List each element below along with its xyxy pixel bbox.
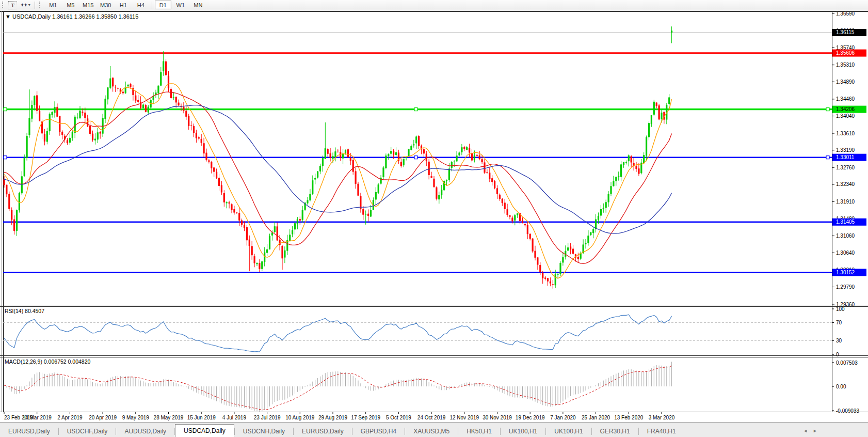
- svg-text:13 Feb 2020: 13 Feb 2020: [614, 415, 644, 420]
- timeframe-button-d1[interactable]: D1: [155, 1, 171, 9]
- timeframe-button-mn[interactable]: MN: [190, 1, 206, 9]
- line-handle: [4, 156, 7, 159]
- mt4-chart-window: T ✦✦ ▾ M1M5M15M30H1H4D1W1MN 1.365901.361…: [0, 0, 868, 437]
- line-handle: [414, 156, 417, 159]
- svg-text:100: 100: [836, 306, 845, 312]
- svg-text:15 Jun 2019: 15 Jun 2019: [187, 415, 216, 420]
- chart-frame: [0, 11, 868, 412]
- svg-text:1.31910: 1.31910: [836, 199, 855, 205]
- tab-scroll-right-icon[interactable]: ►: [813, 428, 823, 433]
- moving-averages: [4, 84, 672, 278]
- line-handle: [826, 156, 829, 159]
- svg-text:30 Nov 2019: 30 Nov 2019: [483, 415, 512, 420]
- svg-text:0.00: 0.00: [836, 384, 846, 389]
- tab-audusd-daily[interactable]: AUDUSD,Daily: [116, 426, 174, 437]
- tab-fra40-h1[interactable]: FRA40,H1: [639, 426, 684, 437]
- ma-mid-red: [4, 92, 672, 263]
- chart-area[interactable]: 1.365901.361601.357401.353101.348901.344…: [0, 11, 868, 423]
- tab-uk100-h1[interactable]: UK100,H1: [546, 426, 591, 437]
- timeframe-button-h1[interactable]: H1: [115, 1, 132, 9]
- svg-text:9 May 2019: 9 May 2019: [122, 415, 150, 420]
- timeframe-button-m5[interactable]: M5: [62, 1, 79, 9]
- ma-fast-orange: [4, 84, 672, 278]
- svg-text:1.34040: 1.34040: [836, 113, 855, 119]
- svg-text:1.36590: 1.36590: [836, 11, 855, 17]
- tab-usdcnh-daily[interactable]: USDCNH,Daily: [235, 426, 293, 437]
- timeframe-button-m30[interactable]: M30: [98, 1, 114, 9]
- svg-text:1.36115: 1.36115: [836, 29, 855, 35]
- svg-text:0.007503: 0.007503: [836, 360, 858, 366]
- svg-text:70: 70: [836, 320, 842, 325]
- tab-eurusd-daily[interactable]: EURUSD,Daily: [0, 426, 58, 437]
- svg-text:20 Apr 2019: 20 Apr 2019: [89, 415, 117, 420]
- svg-text:1.33190: 1.33190: [836, 147, 855, 153]
- svg-text:4 Jul 2019: 4 Jul 2019: [222, 415, 247, 420]
- rsi-label: RSI(14) 80.4507: [5, 308, 44, 314]
- ma-slow-blue: [4, 105, 672, 233]
- svg-text:1.35606: 1.35606: [836, 50, 855, 56]
- svg-text:28 May 2019: 28 May 2019: [154, 415, 184, 420]
- chart-title: ▼ USDCAD,Daily 1.36161 1.36266 1.35850 1…: [5, 13, 138, 20]
- svg-text:24 Oct 2019: 24 Oct 2019: [417, 415, 446, 420]
- line-handle: [826, 108, 829, 111]
- tab-uk100-h1[interactable]: UK100,H1: [501, 426, 545, 437]
- tab-eurusd-daily[interactable]: EURUSD,Daily: [294, 426, 352, 437]
- svg-text:1.30640: 1.30640: [836, 250, 855, 256]
- svg-text:0: 0: [836, 352, 839, 357]
- tab-hk50-h1[interactable]: HK50,H1: [458, 426, 500, 437]
- timeframe-button-h4[interactable]: H4: [133, 1, 149, 9]
- svg-text:1.30152: 1.30152: [836, 270, 855, 275]
- tab-scroll-arrows: ◄►: [803, 428, 823, 433]
- svg-text:14 Mar 2019: 14 Mar 2019: [23, 415, 52, 420]
- tab-usdcad-daily[interactable]: USDCAD,Daily: [175, 424, 234, 437]
- svg-text:1.32340: 1.32340: [836, 181, 855, 187]
- svg-text:5 Oct 2019: 5 Oct 2019: [386, 415, 411, 420]
- svg-text:1.31060: 1.31060: [836, 233, 855, 239]
- svg-text:1.29790: 1.29790: [836, 284, 855, 290]
- macd-label: MACD(12,26,9) 0.006752 0.004820: [5, 358, 91, 365]
- macd-pane[interactable]: MACD(12,26,9) 0.006752 0.004820: [4, 358, 672, 412]
- svg-text:17 Sep 2019: 17 Sep 2019: [351, 415, 380, 420]
- svg-text:19 Dec 2019: 19 Dec 2019: [516, 415, 545, 420]
- svg-text:1.31405: 1.31405: [836, 219, 855, 225]
- toolbar-grip[interactable]: [2, 2, 6, 8]
- svg-text:23 Jul 2019: 23 Jul 2019: [254, 415, 281, 420]
- svg-text:1.34206: 1.34206: [836, 106, 855, 112]
- timeframe-button-w1[interactable]: W1: [172, 1, 189, 9]
- rsi-pane[interactable]: RSI(14) 80.4507: [4, 308, 672, 352]
- svg-text:1.33610: 1.33610: [836, 131, 855, 136]
- time-axis[interactable]: 23 Feb 201914 Mar 20192 Apr 201920 Apr 2…: [4, 412, 675, 420]
- line-handle: [4, 108, 7, 111]
- svg-text:29 Aug 2019: 29 Aug 2019: [318, 415, 348, 420]
- chevron-down-icon[interactable]: ▾: [28, 3, 30, 7]
- line-handle: [414, 108, 417, 111]
- bar-style-icon[interactable]: ✦✦: [20, 2, 27, 8]
- rsi-line: [4, 315, 672, 352]
- svg-text:1.32760: 1.32760: [836, 165, 855, 170]
- svg-text:1.34460: 1.34460: [836, 96, 855, 102]
- svg-text:2 Apr 2019: 2 Apr 2019: [57, 415, 83, 420]
- svg-text:12 Nov 2019: 12 Nov 2019: [449, 415, 479, 420]
- tab-gbpusd-h4[interactable]: GBPUSD,H4: [352, 426, 405, 437]
- toolbar-grip[interactable]: [39, 2, 43, 8]
- chart-tabs: EURUSD,DailyUSDCHF,DailyAUDUSD,DailyUSDC…: [0, 426, 684, 437]
- tab-xauusd-m5[interactable]: XAUUSD,M5: [405, 426, 458, 437]
- timeframe-button-m15[interactable]: M15: [80, 1, 97, 9]
- svg-text:30: 30: [836, 338, 842, 344]
- svg-text:7 Jan 2020: 7 Jan 2020: [550, 415, 576, 420]
- svg-text:3 Mar 2020: 3 Mar 2020: [649, 415, 675, 420]
- timeframe-button-group: M1M5M15M30H1H4D1W1MN: [44, 1, 207, 9]
- timeframe-button-m1[interactable]: M1: [45, 1, 61, 9]
- text-tool-button[interactable]: T: [8, 1, 17, 9]
- chart-toolbar: T ✦✦ ▾ M1M5M15M30H1H4D1W1MN: [0, 0, 868, 10]
- svg-text:10 Aug 2019: 10 Aug 2019: [285, 415, 315, 420]
- tab-ger30-h1[interactable]: GER30,H1: [592, 426, 638, 437]
- indicator-axis[interactable]: 100703000.0075030.00-0.009033: [3, 306, 859, 414]
- tab-usdchf-daily[interactable]: USDCHF,Daily: [59, 426, 116, 437]
- tab-scroll-left-icon[interactable]: ◄: [803, 428, 813, 433]
- svg-text:25 Jan 2020: 25 Jan 2020: [582, 415, 610, 420]
- svg-text:1.35310: 1.35310: [836, 62, 855, 68]
- horizontal-lines[interactable]: [3, 33, 832, 272]
- svg-text:1.34890: 1.34890: [836, 79, 855, 85]
- svg-text:▼ USDCAD,Daily 1.36161 1.3626: ▼ USDCAD,Daily 1.36161 1.36266 1.35850 1…: [5, 13, 138, 20]
